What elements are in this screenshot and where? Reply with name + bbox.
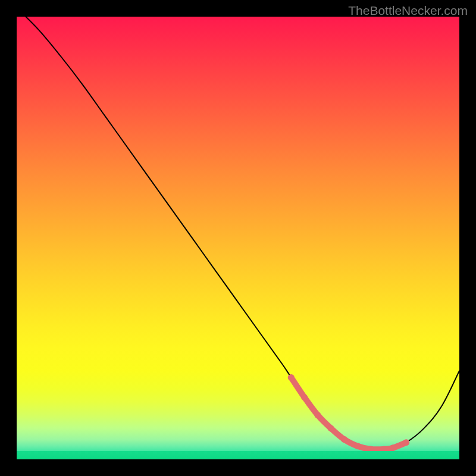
optimal-point-dot xyxy=(288,374,295,381)
optimal-range-overlay xyxy=(291,377,406,449)
baseline-bar xyxy=(17,451,459,459)
optimal-point-dot xyxy=(301,394,308,400)
watermark-text: TheBottleNecker.com xyxy=(348,4,468,18)
curve-layer xyxy=(17,17,459,459)
optimal-point-dot xyxy=(403,439,409,446)
optimal-point-dot xyxy=(328,425,334,431)
optimal-point-dot xyxy=(354,443,361,449)
bottleneck-curve-path xyxy=(17,17,459,449)
optimal-point-dot xyxy=(390,444,396,451)
optimal-point-dot xyxy=(341,436,347,443)
optimal-point-dot xyxy=(314,412,321,418)
chart-canvas xyxy=(17,17,459,459)
